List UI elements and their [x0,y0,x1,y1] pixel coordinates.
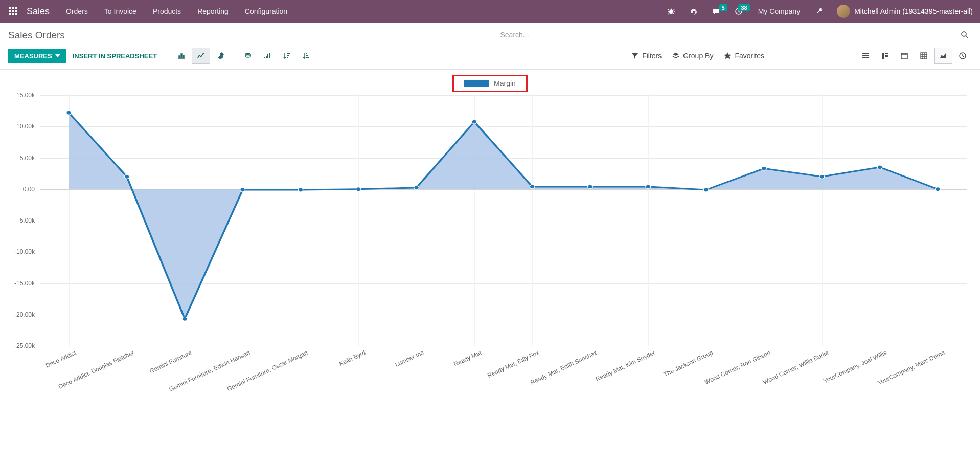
bar-chart-button[interactable] [172,48,191,64]
app-brand[interactable]: Sales [25,6,57,17]
x-tick: Keith Byrd [338,349,367,367]
legend-swatch [464,80,489,87]
headset-icon [690,7,698,15]
sort-asc-button[interactable] [297,48,315,64]
svg-rect-7 [12,13,14,15]
bar-chart-icon [177,52,186,60]
pie-chart-button[interactable] [211,48,230,64]
svg-rect-6 [9,13,11,15]
stack-icon [244,52,252,60]
chat-badge: 5 [719,4,727,11]
sort-desc-button[interactable] [278,48,296,64]
legend-item[interactable]: Margin [452,75,528,92]
user-name: Mitchell Admin (19314395-master-all) [854,7,973,15]
stacked-button[interactable] [239,48,257,64]
clock-outline-icon [959,52,967,60]
cumulative-button[interactable] [258,48,277,64]
x-tick: Ready Mat, Billy Fox [486,349,540,379]
sort-desc-icon [283,52,291,60]
data-point[interactable] [762,166,767,170]
line-chart-button[interactable] [192,48,210,64]
data-point[interactable] [530,185,535,189]
x-tick: Lumber Inc [394,349,424,368]
insert-spreadsheet-button[interactable]: INSERT IN SPREADSHEET [66,49,163,63]
data-point[interactable] [356,187,361,191]
view-switcher [856,48,972,64]
nav-left: Sales Orders To Invoice Products Reporti… [4,2,294,20]
data-point[interactable] [646,185,651,189]
data-point[interactable] [935,187,940,191]
chart-options-group [239,48,315,64]
funnel-icon [631,52,639,60]
favorites-label: Favorites [735,52,764,60]
debug-button[interactable] [663,4,679,18]
graph-view-button[interactable] [934,48,952,64]
favorites-button[interactable]: Favorites [723,52,764,60]
nav-link-reporting[interactable]: Reporting [190,2,236,20]
measures-label: MEASURES [14,52,52,60]
data-point[interactable] [703,188,709,192]
search-input[interactable]: Search... [500,31,958,39]
activity-view-button[interactable] [953,48,972,64]
data-point[interactable] [298,188,303,192]
search-filters: Filters Group By Favorites [631,52,764,60]
signal-icon [263,52,271,60]
calendar-view-button[interactable] [895,48,914,64]
data-point[interactable] [66,111,72,115]
y-tick: 10.00k [16,123,35,130]
pivot-icon [920,52,928,60]
svg-rect-22 [921,53,927,59]
area-chart-icon [939,52,947,60]
y-tick: -10.00k [14,248,35,255]
list-view-button[interactable] [856,48,875,64]
x-tick: Ready Mat, Kim Snyder [595,349,656,383]
nav-link-toinvoice[interactable]: To Invoice [97,2,144,20]
activities-badge: 38 [738,4,749,11]
user-menu[interactable]: Mitchell Admin (19314395-master-all) [834,5,976,18]
svg-rect-17 [269,53,270,58]
kanban-view-button[interactable] [876,48,894,64]
legend-label: Margin [494,79,516,87]
company-switcher[interactable]: My Company [753,4,805,18]
x-tick: Wood Corner, Willie Burke [762,349,830,386]
data-point[interactable] [819,174,825,179]
settings-button[interactable] [811,4,828,18]
pivot-view-button[interactable] [915,48,933,64]
y-tick: -15.00k [14,280,35,287]
chart-area: Margin 15.00k10.00k5.00k0.00-5.00k-10.00… [0,70,980,392]
x-tick: Wood Corner, Ron Gibson [704,349,772,386]
support-button[interactable] [686,4,702,18]
nav-link-products[interactable]: Products [146,2,188,20]
apps-menu-button[interactable] [4,7,22,15]
search-icon [961,31,969,39]
star-icon [723,52,732,60]
top-navbar: Sales Orders To Invoice Products Reporti… [0,0,980,23]
groupby-button[interactable]: Group By [672,52,713,60]
data-point[interactable] [182,317,187,321]
layers-icon [672,52,680,60]
search-button[interactable] [958,31,972,39]
nav-link-configuration[interactable]: Configuration [238,2,294,20]
x-tick: Gemini Furniture [149,349,193,375]
messaging-button[interactable]: 5 [708,4,724,18]
data-point[interactable] [240,188,245,192]
plot-svg [40,95,967,346]
measures-button[interactable]: MEASURES [8,49,66,63]
filters-button[interactable]: Filters [631,52,662,60]
y-tick: -20.00k [14,311,35,318]
data-point[interactable] [877,165,882,169]
nav-link-orders[interactable]: Orders [59,2,95,20]
data-point[interactable] [588,185,593,189]
svg-rect-8 [15,13,17,15]
caret-down-icon [55,54,60,57]
data-point[interactable] [414,186,419,190]
kanban-icon [881,52,889,60]
cp-bottom: MEASURES INSERT IN SPREADSHEET [8,48,972,64]
svg-point-13 [245,53,250,55]
activities-button[interactable]: 38 [731,4,747,18]
data-point[interactable] [472,120,477,124]
svg-rect-21 [901,53,907,59]
search-box[interactable]: Search... [500,29,972,41]
svg-rect-20 [885,55,888,57]
data-point[interactable] [124,174,129,179]
